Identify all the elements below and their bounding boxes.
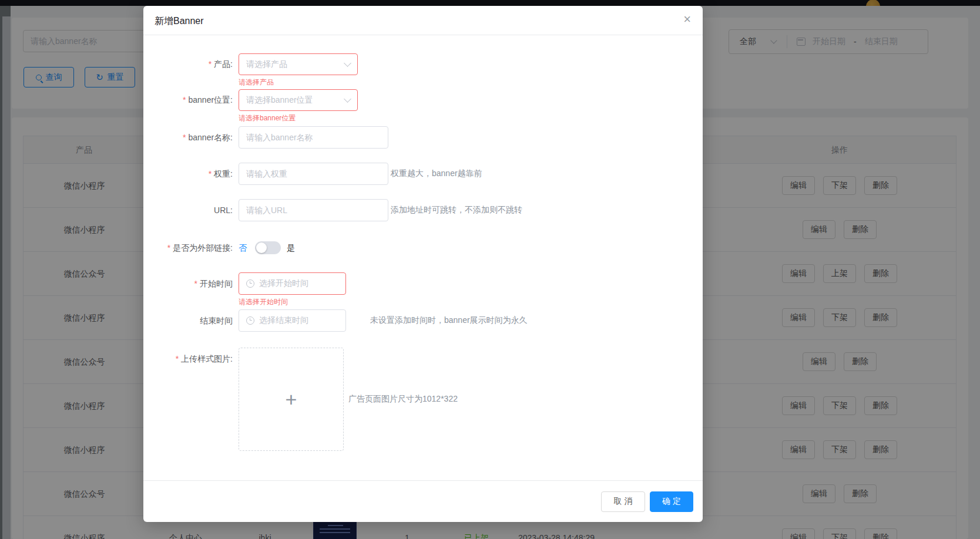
required-asterisk: * xyxy=(209,169,212,178)
field-label-text: 上传样式图片: xyxy=(181,354,233,363)
field-label-text: 结束时间 xyxy=(200,316,233,325)
time-placeholder: 选择开始时间 xyxy=(259,278,338,289)
required-asterisk: * xyxy=(194,279,197,288)
input-3[interactable] xyxy=(239,126,388,149)
input-4[interactable] xyxy=(239,163,388,185)
image-upload-box[interactable]: + xyxy=(239,348,344,451)
required-asterisk: * xyxy=(209,59,212,69)
add-banner-modal: 新增Banner × *产品:请选择产品请选择产品*banner位置:请选择ba… xyxy=(143,6,703,522)
confirm-button[interactable]: 确 定 xyxy=(650,491,693,512)
modal-title: 新增Banner xyxy=(155,15,204,28)
external-link-switch[interactable] xyxy=(255,241,281,254)
required-asterisk: * xyxy=(183,95,186,105)
field-label-2: *banner位置: xyxy=(145,89,233,111)
required-asterisk: * xyxy=(183,133,186,142)
field-hint: 权重越大，banner越靠前 xyxy=(391,169,482,179)
input-5[interactable] xyxy=(239,199,388,221)
field-label-text: 权重: xyxy=(214,169,233,178)
field-hint: 未设置添加时间时，banner展示时间为永久 xyxy=(370,315,528,326)
select-1[interactable]: 请选择产品 xyxy=(239,53,358,75)
validation-error: 请选择banner位置 xyxy=(239,113,296,123)
field-label-4: *权重: xyxy=(145,163,233,185)
time-picker-8[interactable]: 选择结束时间 xyxy=(239,309,346,332)
field-label-6: *是否为外部链接: xyxy=(145,241,233,254)
modal-footer: 取 消 确 定 xyxy=(143,480,703,522)
plus-icon: + xyxy=(286,388,297,411)
modal-header: 新增Banner × xyxy=(143,6,703,35)
field-label-7: *开始时间 xyxy=(145,272,233,295)
field-label-9: *上传样式图片: xyxy=(145,348,233,370)
select-2[interactable]: 请选择banner位置 xyxy=(239,89,358,111)
field-label-text: 产品: xyxy=(214,59,233,69)
select-placeholder: 请选择banner位置 xyxy=(246,95,345,106)
validation-error: 请选择开始时间 xyxy=(239,297,288,307)
switch-off-label: 否 xyxy=(239,241,247,254)
clock-icon xyxy=(246,279,254,288)
field-hint: 广告页面图片尺寸为1012*322 xyxy=(348,394,458,405)
field-label-text: 是否为外部链接: xyxy=(173,243,233,252)
field-label-1: *产品: xyxy=(145,53,233,75)
required-asterisk: * xyxy=(176,354,179,363)
time-picker-7[interactable]: 选择开始时间 xyxy=(239,272,346,295)
clock-icon xyxy=(246,316,254,325)
chevron-down-icon xyxy=(344,59,351,67)
time-placeholder: 选择结束时间 xyxy=(259,315,338,326)
field-label-text: banner名称: xyxy=(189,133,233,142)
field-label-5: URL: xyxy=(145,199,233,221)
field-label-8: 结束时间 xyxy=(145,309,233,332)
select-placeholder: 请选择产品 xyxy=(246,59,345,70)
field-label-3: *banner名称: xyxy=(145,126,233,149)
field-label-text: 开始时间 xyxy=(200,279,233,288)
close-icon[interactable]: × xyxy=(683,13,691,26)
field-hint: 添加地址时可跳转，不添加则不跳转 xyxy=(391,205,522,215)
required-asterisk: * xyxy=(167,243,170,252)
field-label-text: banner位置: xyxy=(189,95,233,105)
validation-error: 请选择产品 xyxy=(239,78,274,87)
cancel-button[interactable]: 取 消 xyxy=(601,491,645,512)
switch-on-label: 是 xyxy=(287,241,295,254)
chevron-down-icon xyxy=(344,95,351,103)
field-label-text: URL: xyxy=(214,206,233,215)
